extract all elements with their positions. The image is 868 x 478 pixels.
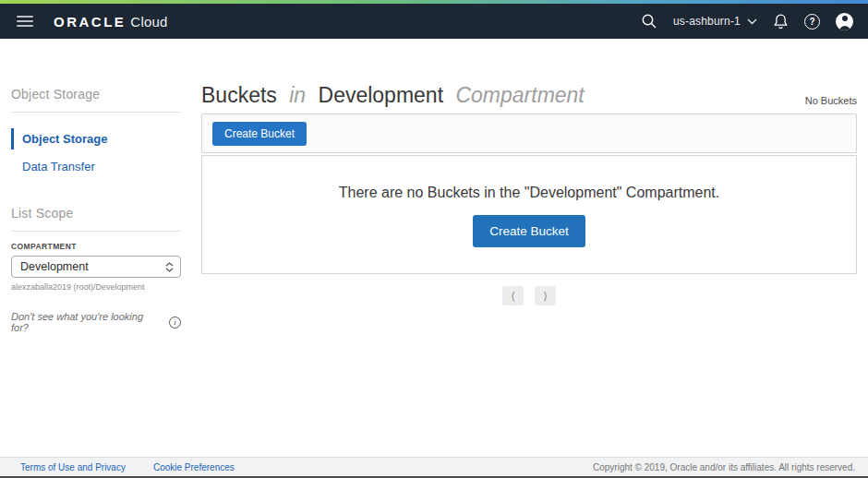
copyright-text: Copyright © 2019, Oracle and/or its affi… <box>593 462 855 472</box>
cloud-wordmark: Cloud <box>130 14 167 30</box>
chevron-down-icon <box>747 18 757 25</box>
sidebar-nav: Object Storage Data Transfer <box>11 128 181 177</box>
sidebar-item-data-transfer[interactable]: Data Transfer <box>11 156 181 177</box>
oracle-cloud-logo: ORACLE Cloud <box>54 14 168 30</box>
sidebar: Object Storage Object Storage Data Trans… <box>11 39 181 333</box>
sidebar-item-label: Object Storage <box>22 132 107 146</box>
title-buckets: Buckets <box>201 83 277 107</box>
top-navigation-bar: ORACLE Cloud us-ashburn-1 ? <box>0 4 868 39</box>
title-compartment-name: Development <box>319 83 444 107</box>
sidebar-section-title: Object Storage <box>11 87 181 102</box>
select-stepper-icon <box>165 262 174 272</box>
user-avatar[interactable] <box>836 13 853 30</box>
bucket-count-label: No Buckets <box>805 95 857 106</box>
help-glyph: ? <box>809 17 814 27</box>
terms-of-use-link[interactable]: Terms of Use and Privacy <box>20 462 126 472</box>
main-content: Buckets in Development Compartment No Bu… <box>201 39 857 305</box>
title-in: in <box>289 83 306 107</box>
compartment-select-value: Development <box>20 260 165 273</box>
avatar-body <box>839 26 850 30</box>
compartment-select[interactable]: Development <box>11 256 181 278</box>
empty-state-message: There are no Buckets in the "Development… <box>202 185 856 201</box>
buckets-toolbar: Create Bucket <box>201 114 857 153</box>
sidebar-item-object-storage[interactable]: Object Storage <box>11 128 181 149</box>
pagination-prev-button[interactable]: ⟨ <box>502 286 524 305</box>
avatar-head <box>842 16 848 21</box>
notifications-bell-icon[interactable] <box>773 13 789 30</box>
cookie-preferences-link[interactable]: Cookie Preferences <box>153 462 235 472</box>
footer: Terms of Use and Privacy Cookie Preferen… <box>0 457 868 476</box>
sidebar-divider <box>11 112 181 113</box>
create-bucket-button-empty-state[interactable]: Create Bucket <box>473 215 585 247</box>
sidebar-item-label: Data Transfer <box>22 160 95 173</box>
region-selector[interactable]: us-ashburn-1 <box>673 15 757 28</box>
page-title: Buckets in Development Compartment <box>201 81 585 109</box>
info-glyph: i <box>174 317 176 327</box>
help-icon[interactable]: ? <box>804 14 820 30</box>
title-compartment-word: Compartment <box>455 83 584 107</box>
list-scope-title: List Scope <box>11 206 181 221</box>
buckets-empty-panel: There are no Buckets in the "Development… <box>201 155 857 274</box>
create-bucket-button[interactable]: Create Bucket <box>212 122 307 146</box>
menu-icon[interactable] <box>17 16 33 27</box>
pagination-next-button[interactable]: ⟩ <box>535 286 556 305</box>
compartment-path: alexzaballa2019 (root)/Development <box>11 282 181 292</box>
sidebar-divider <box>11 231 181 232</box>
search-icon[interactable] <box>641 13 657 30</box>
sidebar-help-text: Don't see what you're looking for? <box>11 311 163 333</box>
info-icon[interactable]: i <box>169 317 181 329</box>
region-label: us-ashburn-1 <box>673 15 741 28</box>
oracle-wordmark: ORACLE <box>54 14 126 30</box>
compartment-label: COMPARTMENT <box>11 242 181 251</box>
pagination: ⟨ ⟩ <box>201 286 857 305</box>
